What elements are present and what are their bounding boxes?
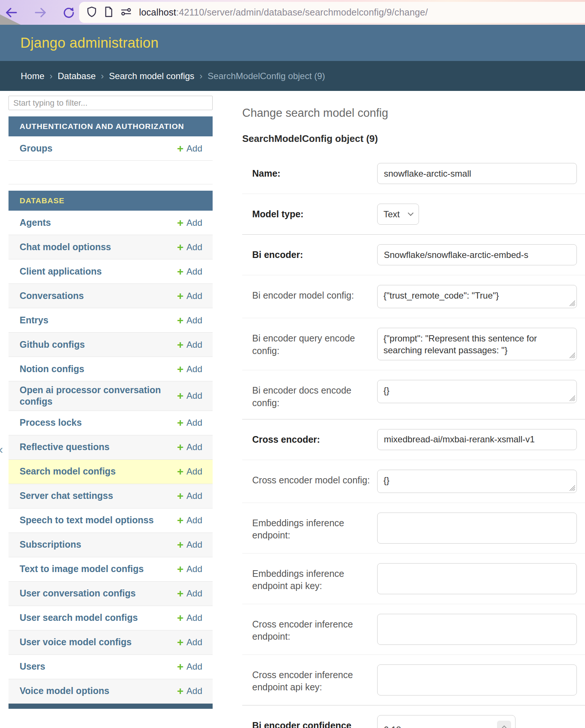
plus-icon: +: [177, 217, 184, 228]
sidebar-item-label[interactable]: Users: [20, 661, 45, 672]
plus-icon: +: [177, 143, 184, 154]
add-link[interactable]: + Add: [177, 290, 202, 302]
bi-encoder-docs-encode-config-textarea[interactable]: [377, 380, 577, 403]
sidebar-item-label[interactable]: User voice model configs: [20, 636, 132, 648]
field-control: [377, 244, 577, 265]
page-info-icon[interactable]: [104, 6, 113, 19]
add-link[interactable]: + Add: [177, 612, 202, 623]
cross-encoder-inference-endpoint-api-key-input[interactable]: [377, 664, 577, 695]
add-link[interactable]: + Add: [177, 315, 202, 326]
url-bar[interactable]: localhost:42110/server/admin/database/se…: [79, 2, 585, 23]
bi-encoder-confidence-threshold-number-input[interactable]: 0.18: [377, 715, 515, 728]
shield-icon[interactable]: [87, 6, 97, 19]
add-label: Add: [186, 564, 202, 574]
add-link[interactable]: + Add: [177, 339, 202, 350]
sidebar-item-label[interactable]: Notion configs: [20, 363, 84, 375]
refresh-icon[interactable]: [63, 7, 75, 18]
sidebar-item-label[interactable]: Subscriptions: [20, 539, 81, 550]
forward-icon[interactable]: [34, 7, 47, 18]
field-label: Cross encoder model config:: [252, 470, 377, 487]
sidebar-item-label[interactable]: Chat model optionss: [20, 241, 111, 253]
sidebar-item-label[interactable]: Groups: [20, 143, 53, 154]
sidebar-item-label[interactable]: Voice model options: [20, 685, 109, 697]
field-label: Bi encoder confidence threshold:: [252, 715, 377, 728]
field-row-bi-encoder-confidence-threshold: Bi encoder confidence threshold: 0.18: [242, 705, 585, 728]
bi-encoder-input[interactable]: [377, 244, 577, 265]
bi-encoder-confidence-threshold-stepper[interactable]: [497, 721, 511, 728]
sidebar-item-label[interactable]: Conversations: [20, 290, 84, 302]
sidebar-item-label[interactable]: Github configs: [20, 339, 85, 350]
section-rows: Groups + Add: [9, 136, 213, 184]
sidebar-item-label[interactable]: Text to image model configs: [20, 563, 144, 575]
add-link[interactable]: + Add: [177, 417, 202, 428]
add-link[interactable]: + Add: [177, 637, 202, 648]
embeddings-inference-endpoint-api-key-input[interactable]: [377, 563, 577, 594]
sidebar-item-label[interactable]: Open ai processor conversation configs: [20, 384, 177, 408]
field-control: [377, 470, 577, 493]
add-link[interactable]: + Add: [177, 490, 202, 501]
plus-icon: +: [177, 339, 184, 350]
add-link[interactable]: + Add: [177, 661, 202, 672]
url-text[interactable]: localhost:42110/server/admin/database/se…: [139, 7, 428, 18]
sidebar-item-label[interactable]: Search model configs: [20, 466, 116, 477]
breadcrumb-search-model-configs[interactable]: Search model configs: [109, 71, 195, 81]
cross-encoder-inference-endpoint-input[interactable]: [377, 614, 577, 645]
plus-icon: +: [177, 417, 184, 428]
plus-icon: +: [177, 612, 184, 623]
sidebar-item-label[interactable]: Agents: [20, 217, 51, 228]
add-link[interactable]: + Add: [177, 564, 202, 575]
breadcrumb-database[interactable]: Database: [58, 71, 96, 81]
add-label: Add: [186, 391, 202, 401]
sidebar-item-label[interactable]: Entrys: [20, 314, 48, 326]
sidebar-item-label[interactable]: Reflective questions: [20, 441, 109, 453]
add-link[interactable]: + Add: [177, 143, 202, 154]
name-input[interactable]: [377, 163, 577, 184]
breadcrumb-home[interactable]: Home: [21, 71, 44, 81]
sidebar-item-subscriptions: Subscriptions + Add: [9, 533, 213, 557]
back-icon[interactable]: [5, 7, 18, 18]
add-link[interactable]: + Add: [177, 390, 202, 401]
add-link[interactable]: + Add: [177, 686, 202, 697]
add-link[interactable]: + Add: [177, 217, 202, 228]
add-label: Add: [186, 242, 202, 252]
bi-encoder-model-config-textarea[interactable]: [377, 285, 577, 308]
field-row-model-type: Model type: Text: [242, 194, 585, 235]
add-link[interactable]: + Add: [177, 539, 202, 550]
sidebar-collapse-toggle[interactable]: ‹: [0, 443, 3, 455]
add-link[interactable]: + Add: [177, 242, 202, 253]
cross-encoder-model-config-textarea[interactable]: [377, 470, 577, 493]
embeddings-inference-endpoint-input[interactable]: [377, 513, 577, 544]
permissions-toggles-icon[interactable]: [121, 7, 132, 18]
sidebar-item-label[interactable]: Process locks: [20, 417, 82, 428]
sidebar-item-label[interactable]: User conversation configs: [20, 588, 136, 599]
main-form-area: Change search model config SearchModelCo…: [242, 91, 585, 728]
sidebar-item-label[interactable]: Speech to text model optionss: [20, 514, 154, 526]
add-label: Add: [186, 418, 202, 428]
breadcrumb: Home › Database › Search model configs ›…: [0, 61, 585, 91]
add-link[interactable]: + Add: [177, 588, 202, 599]
model-type-select[interactable]: Text: [377, 204, 419, 225]
breadcrumb-current: SearchModelConfig object (9): [208, 71, 325, 81]
sidebar-item-user-search-model-configs: User search model configs + Add: [9, 606, 213, 630]
field-row-name: Name:: [242, 153, 585, 194]
url-path: :42110/server/admin/database/searchmodel…: [176, 7, 428, 17]
sidebar-item-label[interactable]: Client applications: [20, 266, 102, 277]
add-link[interactable]: + Add: [177, 266, 202, 277]
sidebar-item-search-model-configs: Search model configs + Add: [9, 460, 213, 484]
bi-encoder-query-encode-config-textarea[interactable]: [377, 328, 577, 360]
sidebar-filter-input[interactable]: [9, 96, 213, 110]
plus-icon: +: [177, 290, 184, 302]
add-link[interactable]: + Add: [177, 466, 202, 477]
add-label: Add: [186, 588, 202, 599]
plus-icon: +: [177, 442, 184, 453]
sidebar-item-label[interactable]: User search model configs: [20, 612, 138, 623]
field-row-embeddings-inference-endpoint-api-key: Embeddings inference endpoint api key:: [242, 554, 585, 604]
add-link[interactable]: + Add: [177, 442, 202, 453]
add-link[interactable]: + Add: [177, 364, 202, 375]
site-title[interactable]: Django administration: [20, 35, 159, 51]
field-label: Embeddings inference endpoint api key:: [252, 563, 377, 593]
add-link[interactable]: + Add: [177, 515, 202, 526]
sidebar-item-label[interactable]: Server chat settingss: [20, 490, 113, 501]
sidebar-item-open-ai-processor-conversation-configs: Open ai processor conversation configs +…: [9, 381, 213, 411]
cross-encoder-input[interactable]: [377, 429, 577, 450]
